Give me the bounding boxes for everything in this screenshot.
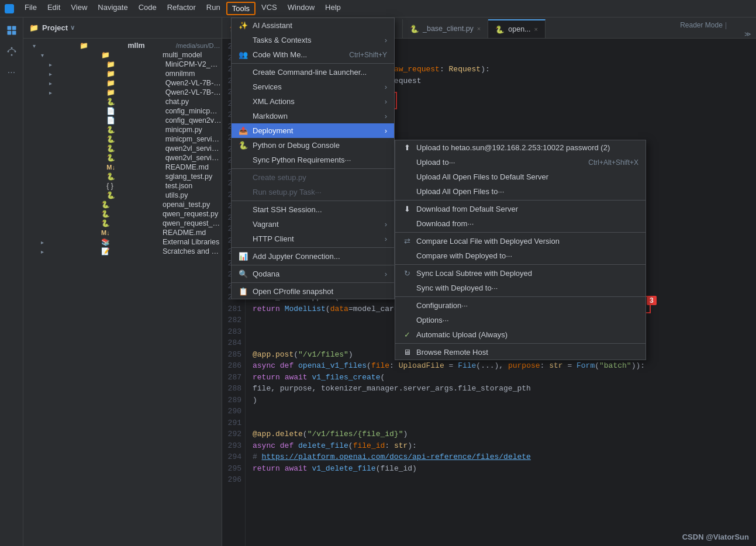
tree-scratches[interactable]: ▸ 📝 Scratches and Consoles [23,247,222,256]
menu-code[interactable]: Code [134,2,161,15]
svg-line-9 [12,49,15,51]
submenu-browse-remote[interactable]: 🖥 Browse Remote Host [395,345,645,360]
services-label: Services [253,82,282,91]
app-icon [5,4,14,13]
tree-root[interactable]: ▾ 📁 mllm /media/sun/DataYZ/A800/LageM [23,41,222,50]
submenu-auto-upload[interactable]: ✓ Automatic Upload (Always) [395,327,645,342]
submenu-upload-all-to[interactable]: Upload All Open Files to··· [395,184,645,199]
menu-vcs[interactable]: VCS [257,2,282,15]
tree-openai-test-py[interactable]: 🐍 openai_test.py [23,200,222,209]
menu-refactor[interactable]: Refactor [163,2,201,15]
xml-arrow: › [385,97,387,106]
upload-to-shortcut: Ctrl+Alt+Shift+X [588,158,638,167]
code-with-me-label: Code With Me... [253,50,307,59]
project-tree: ▾ 📁 mllm /media/sun/DataYZ/A800/LageM ▾ … [23,39,222,546]
menu-http-client[interactable]: HTTP Client › [232,231,394,246]
tree-external-libs[interactable]: ▸ 📚 External Libraries [23,237,222,247]
tree-config-minicpm-yaml[interactable]: 📄 config_minicpm-v.yaml [23,106,222,116]
svg-point-5 [7,51,9,53]
titlebar: File Edit View Navigate Code Refactor Ru… [0,0,756,18]
submenu-sync-subtree[interactable]: ↻ Sync Local Subtree with Deployed [395,266,645,281]
tree-minicpm-py[interactable]: 🐍 minicpm.py [23,125,222,134]
sidebar-icons: ··· [0,18,23,546]
menu-file[interactable]: File [20,2,42,15]
submenu-compare-deployed[interactable]: Compare with Deployed to··· [395,248,645,263]
tree-chat-py[interactable]: 🐍 chat.py [23,97,222,106]
tab-open-close[interactable]: × [534,26,538,33]
menu-python-debug[interactable]: 🐍 Python or Debug Console [232,138,394,153]
tree-qwen2vl-dir[interactable]: ▸ 📁 Qwen2-VL-7B-Instruct [23,78,222,88]
vagrant-arrow: › [385,220,387,229]
deployment-arrow: › [385,126,387,135]
compare-local-label: Compare Local File with Deployed Version [416,237,560,246]
tree-qwen2vl-sglang-py[interactable]: 🐍 qwen2vl_service_sglang.py [23,153,222,163]
menu-edit[interactable]: Edit [43,2,65,15]
menu-window[interactable]: Window [283,2,319,15]
project-icon[interactable] [4,22,20,39]
sep4 [232,247,394,248]
submenu-upload-to[interactable]: Upload to··· Ctrl+Alt+Shift+X [395,155,645,170]
markdown-label: Markdown [253,112,288,120]
tree-qwen-request-py[interactable]: 🐍 qwen_request.py [23,209,222,219]
menu-tools[interactable]: Tools [226,2,256,15]
tree-multi-model[interactable]: ▾ 📁 multi_model [23,50,222,60]
tree-readme-md-outer[interactable]: M↓ README.md [23,228,222,237]
menu-create-launcher[interactable]: Create Command-line Launcher... [232,65,394,80]
add-jupyter-label: Add Jupyter Connection... [253,252,340,261]
tree-readme-md-inner[interactable]: M↓ README.md [23,163,222,172]
more-tools-icon[interactable]: ··· [4,64,20,81]
menu-run[interactable]: Run [202,2,225,15]
tabs-expand[interactable]: ≫ [744,30,751,38]
menu-help[interactable]: Help [320,2,346,15]
python-debug-icon: 🐍 [239,141,248,150]
menu-vagrant[interactable]: Vagrant › [232,217,394,231]
submenu-upload-all-default[interactable]: Upload All Open Files to Default Server [395,170,645,184]
submenu-download-from[interactable]: Download from··· [395,216,645,231]
menu-services[interactable]: Services › [232,80,394,94]
menu-sync-python[interactable]: Sync Python Requirements··· [232,153,394,167]
menu-navigate[interactable]: Navigate [93,2,132,15]
tree-sglang-test-py[interactable]: 🐍 sglang_test.py [23,172,222,181]
menu-xml-actions[interactable]: XML Actions › [232,94,394,109]
tree-qwen2vl-service-py[interactable]: 🐍 qwen2vl_service_hf.py [23,144,222,153]
upload-all-default-label: Upload All Open Files to Default Server [416,172,548,181]
jupyter-icon: 📊 [239,252,248,261]
tab-base-client-label: _base_client.py [423,25,474,33]
tab-base-client-close[interactable]: × [477,25,481,32]
tree-minicpm-dir[interactable]: ▸ 📁 MiniCPM-V2_6-int4 [23,60,222,69]
structure-icon[interactable] [4,43,20,60]
upload-hetao-label: Upload to hetao.sun@192.168.2.253:10022 … [416,143,610,152]
submenu-download-default[interactable]: ⬇ Download from Default Server [395,202,645,216]
tree-test-json[interactable]: { } test.json [23,181,222,191]
tab-open[interactable]: 🐍 open... × [488,19,546,38]
menu-ai-assistant[interactable]: ✨ AI Assistant [232,18,394,33]
browse-remote-label: Browse Remote Host [416,348,488,357]
menu-open-cprofile[interactable]: 📋 Open CProfile snapshot [232,284,394,299]
tree-qwen2vl-awq-dir[interactable]: ▸ 📁 Qwen2-VL-7B-Instruct-AWQ [23,88,222,97]
svg-line-8 [8,49,12,51]
menu-qodana[interactable]: 🔍 Qodana › [232,267,394,281]
menu-tasks-contexts[interactable]: Tasks & Contexts › [232,33,394,47]
tools-dropdown[interactable]: ✨ AI Assistant Tasks & Contexts › 👥 Code… [231,18,395,299]
svg-point-4 [11,47,12,49]
menu-start-ssh[interactable]: Start SSH Session... [232,202,394,217]
tree-omnilmm-dir[interactable]: ▸ 📁 omnilmm [23,69,222,78]
deployment-submenu[interactable]: ⬆ Upload to hetao.sun@192.168.2.253:1002… [395,140,646,360]
tree-utils-py[interactable]: 🐍 utils.py [23,191,222,200]
menu-code-with-me[interactable]: 👥 Code With Me... Ctrl+Shift+Y [232,47,394,62]
submenu-options[interactable]: Options··· [395,313,645,327]
menu-add-jupyter[interactable]: 📊 Add Jupyter Connection... [232,249,394,264]
tree-qwen-request-ttft-py[interactable]: 🐍 qwen_request_TTFT.py [23,219,222,228]
tree-minicpm-service-py[interactable]: 🐍 minicpm_service_hf.py [23,134,222,144]
submenu-sync-to[interactable]: Sync with Deployed to··· [395,281,645,295]
submenu-compare-local[interactable]: ⇄ Compare Local File with Deployed Versi… [395,234,645,248]
tree-config-qwen2vl-yaml[interactable]: 📄 config_qwen2vl.yaml [23,116,222,125]
submenu-upload-hetao[interactable]: ⬆ Upload to hetao.sun@192.168.2.253:1002… [395,140,645,155]
svg-rect-1 [12,26,16,30]
svg-rect-2 [7,31,11,35]
submenu-configuration[interactable]: Configuration··· [395,298,645,313]
menu-view[interactable]: View [66,2,92,15]
menu-deployment[interactable]: 📤 Deployment › [232,123,394,138]
tab-base-client[interactable]: 🐍 _base_client.py × [403,19,488,38]
menu-markdown[interactable]: Markdown › [232,109,394,123]
